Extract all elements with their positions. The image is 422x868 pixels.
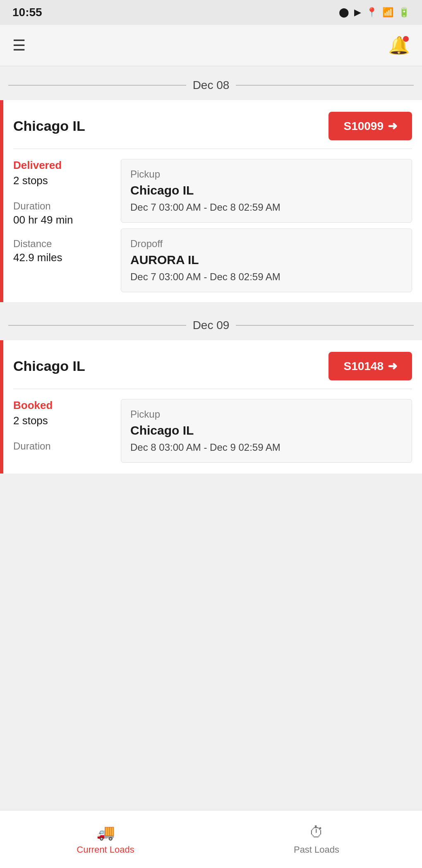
date-separator-dec08: Dec 08 [0,66,422,100]
dropoff-city-s10099: AURORA IL [130,253,403,267]
load-stops-s10099: 2 stops [13,174,113,187]
pickup-time-s10148: Dec 8 03:00 AM - Dec 9 02:59 AM [130,442,403,453]
load-id-label-s10099: S10099 [343,120,384,133]
load-status-s10099: Delivered [13,159,113,172]
top-nav: ☰ 🔔 [0,25,422,66]
tab-past-loads[interactable]: ⏱ Past Loads [211,810,422,868]
status-time: 10:55 [12,6,42,19]
tab-current-loads[interactable]: 🚚 Current Loads [0,810,211,868]
load-meta-s10148: Booked 2 stops Duration [13,399,113,464]
main-content: Dec 08 Chicago IL S10099 ➜ Delivered 2 s… [0,66,422,536]
load-id-label-s10148: S10148 [343,360,384,373]
notification-badge [403,36,409,42]
pickup-city-s10099: Chicago IL [130,183,403,197]
load-city-s10099: Chicago IL [13,118,85,134]
pickup-card-s10148: Pickup Chicago IL Dec 8 03:00 AM - Dec 9… [121,399,412,463]
distance-value-s10099: 42.9 miles [13,251,113,264]
pickup-type-s10099: Pickup [130,168,403,180]
load-card-header-s10148: Chicago IL S10148 ➜ [3,340,422,389]
pickup-type-s10148: Pickup [130,409,403,420]
duration-label-s10148: Duration [13,440,113,452]
tab-current-loads-label: Current Loads [77,844,134,855]
hamburger-icon[interactable]: ☰ [12,37,26,54]
duration-label-s10099: Duration [13,200,113,212]
play-icon: ▶ [354,7,361,18]
pickup-city-s10148: Chicago IL [130,423,403,438]
date-label-dec08: Dec 08 [193,79,230,92]
date-line-right [236,85,414,86]
location-icon: 📍 [366,7,377,18]
load-status-s10148: Booked [13,399,113,412]
dropoff-type-s10099: Dropoff [130,238,403,250]
pickup-card-s10099: Pickup Chicago IL Dec 7 03:00 AM - Dec 8… [121,159,412,223]
load-id-button-s10099[interactable]: S10099 ➜ [328,112,412,140]
alarm-icon: ⬤ [339,7,349,18]
arrow-right-icon-s10099: ➜ [388,119,397,133]
load-card-body-s10099: Delivered 2 stops Duration 00 hr 49 min … [3,149,422,302]
clock-icon: ⏱ [309,824,324,841]
battery-icon: 🔋 [398,7,410,18]
status-icons: ⬤ ▶ 📍 📶 🔋 [339,7,410,18]
load-stops-info-s10099: Pickup Chicago IL Dec 7 03:00 AM - Dec 8… [121,159,412,292]
pickup-time-s10099: Dec 7 03:00 AM - Dec 8 02:59 AM [130,202,403,213]
signal-icon: 📶 [382,7,393,18]
load-card-s10148: Chicago IL S10148 ➜ Booked 2 stops Durat… [0,340,422,474]
load-id-button-s10148[interactable]: S10148 ➜ [328,352,412,380]
load-card-s10099: Chicago IL S10099 ➜ Delivered 2 stops Du… [0,100,422,302]
date-separator-dec09: Dec 09 [0,306,422,340]
date-line-left-dec09 [8,325,186,326]
load-stops-s10148: 2 stops [13,414,113,427]
tab-past-loads-label: Past Loads [294,844,339,855]
load-card-header-s10099: Chicago IL S10099 ➜ [3,100,422,149]
arrow-right-icon-s10148: ➜ [388,359,397,373]
load-card-body-s10148: Booked 2 stops Duration Pickup Chicago I… [3,389,422,474]
date-line-right-dec09 [236,325,414,326]
load-meta-s10099: Delivered 2 stops Duration 00 hr 49 min … [13,159,113,292]
load-city-s10148: Chicago IL [13,358,85,374]
dropoff-time-s10099: Dec 7 03:00 AM - Dec 8 02:59 AM [130,271,403,283]
dropoff-card-s10099: Dropoff AURORA IL Dec 7 03:00 AM - Dec 8… [121,228,412,292]
date-label-dec09: Dec 09 [193,319,230,332]
distance-label-s10099: Distance [13,238,113,250]
notification-button[interactable]: 🔔 [388,35,410,55]
duration-value-s10099: 00 hr 49 min [13,214,113,226]
bottom-tabs: 🚚 Current Loads ⏱ Past Loads [0,810,422,868]
load-stops-info-s10148: Pickup Chicago IL Dec 8 03:00 AM - Dec 9… [121,399,412,464]
truck-icon: 🚚 [96,824,115,841]
status-bar: 10:55 ⬤ ▶ 📍 📶 🔋 [0,0,422,25]
date-line-left [8,85,186,86]
